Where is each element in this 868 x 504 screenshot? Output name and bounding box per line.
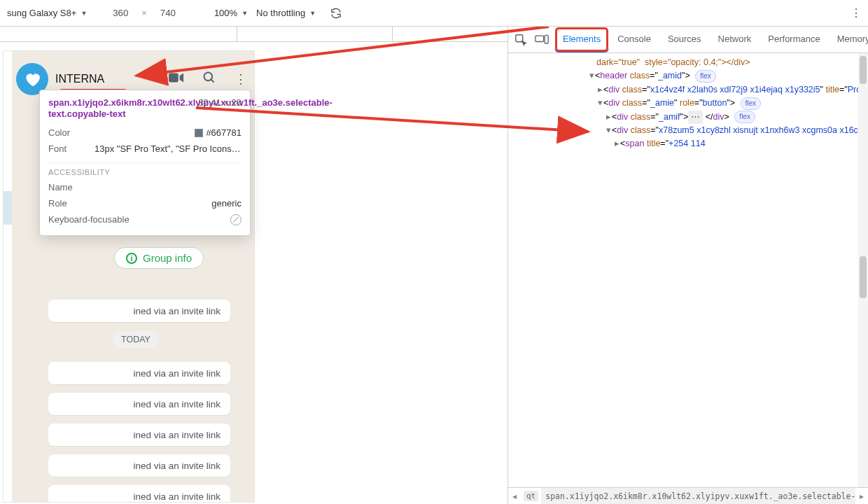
- width-input[interactable]: [104, 8, 137, 18]
- tab-elements[interactable]: Elements: [554, 27, 609, 52]
- tab-network[interactable]: Network: [710, 27, 760, 52]
- svg-rect-6: [536, 36, 544, 41]
- height-input[interactable]: [151, 8, 185, 18]
- role-value: generic: [211, 198, 241, 209]
- tab-performance[interactable]: Performance: [760, 27, 828, 52]
- svg-rect-0: [169, 73, 178, 82]
- tooltip-dims: 82.41 × 20: [198, 97, 241, 108]
- font-value: 13px "SF Pro Text", "SF Pro Icons", syst…: [94, 144, 241, 154]
- chat-sidebar: [4, 51, 12, 502]
- throttle-select[interactable]: No throttling ▼: [252, 5, 320, 21]
- color-label: Color: [48, 127, 70, 138]
- chat-title: INTERNA: [55, 73, 104, 85]
- device-preview: INTERNA ⋮ +254 114 i Group info ined via…: [0, 27, 508, 504]
- system-message: ined via an invite link: [48, 454, 230, 477]
- crumb-path[interactable]: span.x1iyjqo2.x6ikm8r.x10wlt62.xlyipyv.x…: [541, 488, 855, 504]
- heart-icon: [23, 70, 41, 88]
- svg-point-1: [204, 72, 213, 80]
- chevron-down-icon: ▼: [241, 10, 248, 17]
- chevron-down-icon: ▼: [309, 10, 316, 17]
- svg-rect-7: [545, 35, 548, 43]
- date-divider: TODAY: [113, 331, 159, 348]
- group-info-button[interactable]: i Group info: [114, 247, 204, 269]
- system-message: ined via an invite link: [48, 362, 230, 384]
- chevron-down-icon: ▼: [80, 10, 87, 17]
- tab-sources[interactable]: Sources: [659, 27, 710, 52]
- throttle-value: No throttling: [256, 8, 305, 18]
- inspect-tooltip: span.x1iyjqo2.x6ikm8r.x10wlt62.xlyipyv.x…: [39, 90, 251, 236]
- color-value: #667781: [195, 127, 241, 138]
- times-icon: ×: [141, 8, 147, 18]
- group-info-label: Group info: [143, 252, 192, 264]
- devtools-panel: Elements Console Sources Network Perform…: [508, 27, 868, 504]
- font-label: Font: [48, 144, 66, 154]
- name-label: Name: [48, 182, 73, 192]
- tab-memory[interactable]: Memory: [829, 27, 868, 52]
- more-icon[interactable]: ⋮: [847, 6, 865, 20]
- dom-tree[interactable]: dark="true" style="opacity: 0.4;"></div>…: [508, 53, 868, 487]
- breadcrumb-bar: ◂ qt span.x1iyjqo2.x6ikm8r.x10wlt62.xlyi…: [508, 487, 868, 504]
- device-name: sung Galaxy S8+: [7, 8, 76, 18]
- device-mode-icon[interactable]: [535, 33, 549, 47]
- system-message: ined via an invite link: [48, 424, 230, 446]
- color-swatch: [195, 129, 203, 137]
- scrollbar[interactable]: [858, 53, 868, 487]
- ruler: [0, 27, 507, 42]
- not-focusable-icon: [230, 214, 241, 225]
- crumb-chip[interactable]: qt: [524, 491, 538, 501]
- a11y-heading: ACCESSIBILITY: [48, 162, 241, 176]
- svg-line-2: [211, 79, 214, 82]
- system-message: ined via an invite link: [48, 393, 230, 415]
- device-select[interactable]: sung Galaxy S8+ ▼: [3, 5, 91, 21]
- rotate-icon[interactable]: [328, 6, 344, 21]
- tooltip-selector: span.x1iyjqo2.x6ikm8r.x10wlt62.xlyipyv.x…: [48, 97, 195, 120]
- inspect-icon[interactable]: [514, 33, 528, 47]
- zoom-value: 100%: [214, 8, 237, 18]
- tab-console[interactable]: Console: [609, 27, 659, 52]
- devtools-tabbar: Elements Console Sources Network Perform…: [508, 27, 868, 53]
- device-toolbar: sung Galaxy S8+ ▼ × 100% ▼ No throttling…: [0, 0, 868, 27]
- crumb-prev-icon[interactable]: ◂: [508, 491, 521, 501]
- system-message: ined via an invite link: [48, 485, 230, 503]
- zoom-select[interactable]: 100% ▼: [210, 5, 252, 21]
- info-icon: i: [126, 253, 137, 264]
- kf-label: Keyboard-focusable: [48, 214, 130, 225]
- role-label: Role: [48, 198, 67, 209]
- search-icon[interactable]: [202, 71, 216, 88]
- menu-icon[interactable]: ⋮: [234, 71, 247, 87]
- system-message: ined via an invite link: [48, 300, 230, 322]
- video-call-icon[interactable]: [169, 72, 184, 87]
- crumb-next-icon[interactable]: ▸: [855, 491, 868, 501]
